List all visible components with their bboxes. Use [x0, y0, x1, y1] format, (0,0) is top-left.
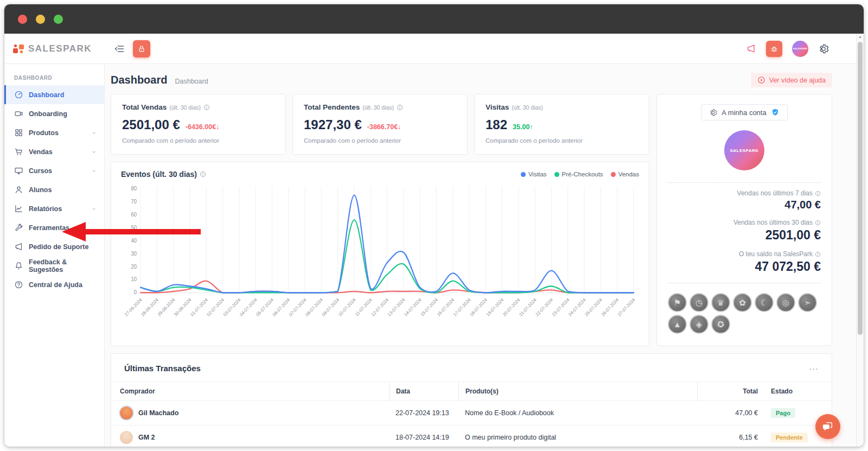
- stat-value: 2501,00 €: [122, 117, 180, 132]
- stat-card-total-vendas: Total Vendas (últ. 30 dias) 2501,00 € -6…: [111, 94, 286, 155]
- lock-icon: [137, 45, 146, 53]
- app-header: SALESPARK SALESPARK: [4, 34, 864, 64]
- table-row[interactable]: Gil Machado 22-07-2024 19:13 Nome do E-B…: [111, 401, 832, 425]
- info-icon[interactable]: [815, 251, 821, 257]
- divider: [668, 182, 821, 183]
- sidebar-item-ferramentas[interactable]: Ferramentas: [4, 218, 104, 237]
- events-chart[interactable]: 0102030405060708027-06-202428-06-202429-…: [121, 181, 639, 334]
- main-content: Dashboard Dashboard Ver vídeo de ajuda T…: [105, 64, 864, 447]
- svg-text:20: 20: [131, 263, 137, 269]
- megaphone-icon: [746, 43, 756, 54]
- sidebar-item-onboarding[interactable]: Onboarding: [4, 104, 104, 123]
- sidebar-item-alunos[interactable]: Alunos: [4, 180, 104, 199]
- flag-badge[interactable]: ⚑: [668, 293, 687, 312]
- megaphone-icon: [14, 242, 23, 251]
- stat-value: 1927,30 €: [304, 117, 362, 132]
- sidebar-item-vendas[interactable]: Vendas: [4, 142, 104, 161]
- status-badge: Pago: [771, 408, 795, 418]
- stat-value: 182: [486, 117, 507, 132]
- settings-button[interactable]: [818, 43, 829, 54]
- mountain-badge[interactable]: ▲: [668, 315, 687, 334]
- svg-text:70: 70: [131, 199, 137, 205]
- chart-legend: VisitasPré-CheckoutsVendas: [521, 171, 639, 177]
- legend-item[interactable]: Pré-Checkouts: [554, 171, 603, 177]
- table-row[interactable]: GM 2 18-07-2024 14:19 O meu primeiro pro…: [111, 425, 832, 447]
- help-video-button[interactable]: Ver vídeo de ajuda: [751, 73, 832, 87]
- sidebar-item-label: Dashboard: [29, 91, 64, 99]
- user-avatar[interactable]: SALESPARK: [792, 41, 808, 57]
- column-header: Comprador: [120, 388, 389, 395]
- column-header: Total: [697, 382, 758, 401]
- legend-dot: [554, 172, 559, 177]
- transaction-date: 18-07-2024 14:19: [389, 434, 458, 441]
- transaction-total: 6,15 €: [697, 434, 758, 441]
- sidebar-item-relatorios[interactable]: Relatórios: [4, 199, 104, 218]
- sidebar-item-label: Produtos: [29, 129, 59, 137]
- bug-icon: [770, 45, 778, 53]
- close-window-button[interactable]: [18, 15, 27, 24]
- stat-title: Visitas: [486, 103, 509, 111]
- scrollbar-thumb[interactable]: [858, 42, 863, 335]
- minimize-window-button[interactable]: [36, 15, 45, 24]
- sidebar-collapse-button[interactable]: [112, 42, 126, 56]
- salespark-logo[interactable]: SALESPARK: [4, 43, 105, 54]
- ribbon-badge[interactable]: ✪: [711, 315, 730, 334]
- gauge-icon: [14, 90, 23, 99]
- salespark-logo-icon: [13, 45, 24, 53]
- transactions-card: Últimas Transações ··· Comprador Data Pr…: [111, 353, 832, 447]
- legend-item[interactable]: Vendas: [611, 171, 639, 177]
- sidebar-item-pedido-de-suporte[interactable]: Pedido de Suporte: [4, 237, 104, 256]
- sidebar-item-dashboard[interactable]: Dashboard: [4, 85, 104, 104]
- chat-bubbles-icon: [822, 421, 834, 433]
- announcements-button[interactable]: [746, 43, 756, 54]
- app-window: SALESPARK SALESPARK DASHBOARD: [4, 4, 864, 447]
- scroll-up-arrow-icon[interactable]: ▲: [857, 35, 864, 39]
- info-icon[interactable]: [200, 171, 206, 177]
- column-header: Data: [389, 382, 458, 401]
- transactions-title: Últimas Transações: [124, 364, 201, 373]
- medal-badge[interactable]: ✿: [733, 293, 752, 312]
- info-icon[interactable]: [815, 220, 821, 226]
- moon-badge[interactable]: ☾: [755, 293, 774, 312]
- table-header: Comprador Data Produto(s) Total Estado: [111, 382, 832, 401]
- chat-fab-button[interactable]: [815, 414, 840, 439]
- chevron-down-icon: [91, 206, 97, 212]
- buyer-name: GM 2: [138, 434, 155, 441]
- vertical-scrollbar[interactable]: ▲: [856, 34, 864, 447]
- my-account-button[interactable]: A minha conta: [701, 104, 787, 120]
- sidebar-item-central-de-ajuda[interactable]: Central de Ajuda: [4, 275, 104, 294]
- account-stat-value: 47,00 €: [668, 199, 821, 211]
- divider: [668, 283, 821, 283]
- crown-badge[interactable]: ♛: [711, 293, 730, 312]
- stat-title: Total Vendas: [122, 103, 167, 111]
- cart-icon: [14, 147, 23, 156]
- sidebar-item-label: Relatórios: [29, 205, 62, 213]
- account-stat-label: O teu saldo na SalesPark: [739, 250, 813, 258]
- maximize-window-button[interactable]: [54, 15, 63, 24]
- wrench-icon: [14, 223, 23, 232]
- report-bug-button[interactable]: [766, 41, 782, 57]
- monitor-icon: [14, 166, 23, 175]
- shield-badge[interactable]: ◈: [690, 315, 709, 334]
- sidebar-item-label: Pedido de Suporte: [29, 243, 88, 251]
- chart-title: Eventos (últ. 30 dias): [121, 170, 197, 179]
- rocket-badge[interactable]: ➣: [798, 293, 817, 312]
- sidebar-item-produtos[interactable]: Produtos: [4, 123, 104, 142]
- target-badge[interactable]: ◎: [776, 293, 795, 312]
- info-icon[interactable]: [397, 104, 403, 111]
- info-icon[interactable]: [815, 190, 821, 196]
- sidebar-item-feedback-sugestoes[interactable]: Feedback & Sugestões: [4, 256, 104, 275]
- status-badge: Pendente: [771, 433, 808, 442]
- lock-button[interactable]: [133, 40, 150, 58]
- buyer-avatar: [120, 406, 133, 420]
- verified-shield-icon: [771, 108, 780, 117]
- stopwatch-badge[interactable]: ◷: [690, 293, 709, 312]
- info-icon[interactable]: [203, 104, 210, 111]
- transactions-menu-button[interactable]: ···: [809, 364, 819, 373]
- gear-icon: [709, 109, 717, 117]
- legend-item[interactable]: Visitas: [521, 171, 547, 177]
- account-avatar[interactable]: SALESPARK: [724, 130, 764, 170]
- badges-grid: ⚑◷♛✿☾◎➣▲◈✪: [668, 293, 821, 334]
- page-title: Dashboard: [111, 74, 167, 86]
- sidebar-item-cursos[interactable]: Cursos: [4, 161, 104, 180]
